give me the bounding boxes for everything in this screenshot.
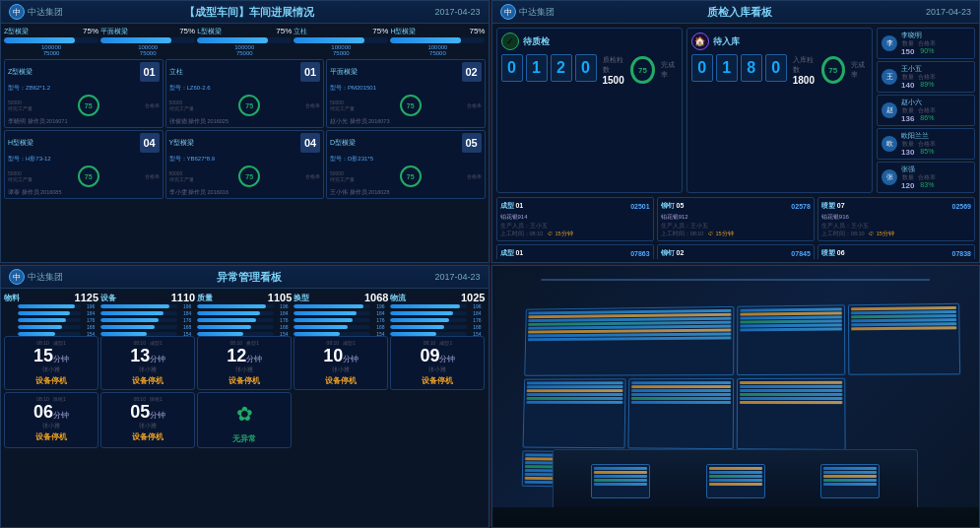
panel2-content: ✓ 待质检 0 1 2 0 质检粒数 1500 75	[492, 24, 980, 259]
timer-ok: ✿ 无异常	[197, 392, 292, 448]
staff-column: 李 李晓明 数量150 合格率90% 王 王小五 数量140	[877, 28, 975, 193]
screen-3	[848, 303, 960, 375]
card-flat1: 平面横梁 02 型号：PM201501 50000待完工产量 75 合格率 赵小…	[326, 59, 486, 128]
p2-card-3: 喷塑 07 02569 铂花银916 生产人员：王小五 上工时间：08:10 ⏱…	[817, 197, 975, 241]
panel3-header: 中 中达集团 异常管理看板 2017-04-23	[1, 266, 489, 289]
timer-row1: 08:10 成型1 15分钟 张小雅 设备停机 08:10 成型1 13分钟 张…	[4, 336, 486, 390]
bar-z: Z型横梁75% 10000075000	[4, 27, 98, 56]
logo2-text: 中达集团	[519, 6, 555, 19]
timer-row2: 08:10 班组1 06分钟 张小雅 设备停机 08:10 班组1 05分钟 张…	[4, 392, 486, 448]
bar-z-fill	[4, 37, 75, 43]
desk	[553, 449, 918, 514]
panel3-logo: 中 中达集团	[9, 269, 63, 285]
timer-2: 08:10 成型1 13分钟 张小雅 设备停机	[100, 336, 195, 390]
screen-5	[628, 378, 735, 448]
panel3-date: 2017-04-23	[434, 272, 480, 282]
bar-z-bg	[4, 37, 98, 43]
panel-exception: 中 中达集团 异常管理看板 2017-04-23 物料 1125 196 184…	[0, 265, 490, 528]
ceiling-light	[541, 279, 931, 281]
laptop-2	[706, 464, 765, 498]
p2-card-5: 铆钉 02 07845 铂花银914 检验人员：刘小圆 入库 检验时间：08:1…	[657, 244, 815, 259]
card-d1: D型横梁 05 型号：D形231*5 50000待完工产量 75 合格率 王小伟…	[326, 130, 486, 199]
bar-l: L型横梁75% 10000075000	[197, 27, 292, 56]
logo2-icon: 中	[500, 4, 516, 20]
panel2-title: 质检入库看板	[707, 5, 772, 20]
screen-2	[737, 304, 845, 375]
screen-6	[737, 378, 846, 450]
p2-card-2: 铆钉 05 02578 铂花银912 生产人员：王小五 上工时间：08:10 ⏱…	[657, 197, 815, 241]
timer-3: 08:10 换型1 12分钟 张小雅 设备停机	[197, 336, 292, 390]
laptop-1	[591, 464, 650, 498]
timer-6: 08:10 班组1 06分钟 张小雅 设备停机	[4, 392, 98, 448]
stat-logistics: 物流 1025 196 184 176 168 154 142 130	[390, 292, 485, 333]
stat-changeover: 换型 1068 196 184 176 168 154 142 130	[294, 292, 388, 333]
bar-flat: 平面横梁75% 10000075000	[100, 27, 195, 56]
logo-icon: 中	[9, 4, 25, 20]
progress-bars: Z型横梁75% 10000075000 平面横梁75% 10000075000 …	[4, 27, 486, 56]
staff-item-4: 欧 欧阳兰兰 数量130 合格率85%	[877, 128, 975, 160]
panel1-date: 2017-04-23	[434, 7, 480, 17]
staff-item-3: 赵 赵小六 数量136 合格率86%	[877, 95, 975, 126]
p2-card-6: 喷塑 06 07838 铂花银914 检验人员：刘小圆 入库 检验时间：08:1…	[817, 244, 975, 259]
stat-quality: 质量 1105 196 184 176 168 154 142 130	[197, 292, 292, 333]
p2-card-1: 成型 01 02501 铂花银914 生产人员：王小五 上工时间：08:10 ⏱…	[496, 197, 654, 241]
panel3-content: 物料 1125 196 184 176 168 154 142 130 设备 1…	[1, 289, 489, 524]
staff-item-1: 李 李晓明 数量150 合格率90%	[877, 28, 975, 59]
timer-5: 08:10 成型1 09分钟 张小雅 设备停机	[390, 336, 485, 390]
screen-4	[523, 378, 626, 447]
stat-material: 物料 1125 196 184 176 168 154 142 130	[4, 292, 98, 333]
photo-content	[492, 266, 980, 527]
timer-1: 08:10 成型1 15分钟 张小雅 设备停机	[4, 336, 98, 390]
timer-4: 08:10 成型1 10分钟 张小雅 设备停机	[294, 336, 388, 390]
p2-cards-bottom: 成型 01 07863 铂花银914 检验人员：刘小圆 入库 检验时间：08:1…	[496, 244, 976, 259]
card-y1: Y型横梁 04 型号：YB627*8.9 50000待完工产量 75 合格率 李…	[165, 130, 325, 199]
card-z: Z型横梁 01 型号：ZB62*1.2 50000待完工产量 75 合格率 李晓…	[4, 59, 163, 128]
bar-h: H型横梁75% 10000075000	[390, 27, 485, 56]
logo-text: 中达集团	[28, 6, 63, 19]
panel2-date: 2017-04-23	[926, 7, 971, 17]
panel1-content: Z型横梁75% 10000075000 平面横梁75% 10000075000 …	[1, 24, 489, 259]
screen-large-1	[524, 306, 734, 376]
staff-item-5: 张 张强 数量120 合格率83%	[877, 162, 975, 193]
panel-production: 中 中达集团 【成型车间】车间进展情况 2017-04-23 Z型横梁75% 1…	[0, 0, 490, 263]
panel2-header: 中 中达集团 质检入库看板 2017-04-23	[492, 1, 980, 24]
panel-quality: 中 中达集团 质检入库看板 2017-04-23 ✓ 待质检 0 1 2 0	[491, 0, 981, 263]
panel-photo	[491, 265, 981, 528]
panel3-title: 异常管理看板	[217, 270, 282, 285]
panel1-title: 【成型车间】车间进展情况	[184, 5, 314, 20]
p1-cards-grid: Z型横梁 01 型号：ZB62*1.2 50000待完工产量 75 合格率 李晓…	[4, 59, 486, 199]
staff-item-2: 王 王小五 数量140 合格率89%	[877, 61, 975, 93]
panel2-logo: 中 中达集团	[500, 4, 555, 20]
timer-7: 08:10 班组1 05分钟 张小雅 设备停机	[100, 392, 195, 448]
stat-equipment: 设备 1110 196 184 176 168 154 142 130	[100, 292, 195, 333]
laptop-3	[820, 464, 880, 498]
card-pillar1: 立柱 01 型号：LZ60-2.6 50000待完工产量 75 合格率 张俊德 …	[165, 59, 325, 128]
panel1-header: 中 中达集团 【成型车间】车间进展情况 2017-04-23	[1, 1, 489, 24]
bar-z-label: Z型横梁	[4, 27, 29, 36]
bar-pillar: 立柱75% 10000075000	[294, 27, 388, 56]
p2-card-4: 成型 01 07863 铂花银914 检验人员：刘小圆 入库 检验时间：08:1…	[496, 244, 654, 259]
logo3-text: 中达集团	[28, 271, 63, 284]
card-h1: H型横梁 04 型号：H形73-12 50000待完工产量 75 合格率 谭泰 …	[4, 130, 163, 199]
logo3-icon: 中	[9, 269, 25, 285]
warehouse-section: 🏠 待入库 0 1 8 0 入库粒数 1800 75	[686, 28, 873, 193]
p2-cards-top: 成型 01 02501 铂花银914 生产人员：王小五 上工时间：08:10 ⏱…	[496, 197, 976, 241]
p3-stats: 物料 1125 196 184 176 168 154 142 130 设备 1…	[4, 292, 486, 333]
quality-section: ✓ 待质检 0 1 2 0 质检粒数 1500 75	[496, 28, 683, 193]
panel1-logo: 中 中达集团	[9, 4, 63, 20]
room-floor	[492, 507, 980, 527]
